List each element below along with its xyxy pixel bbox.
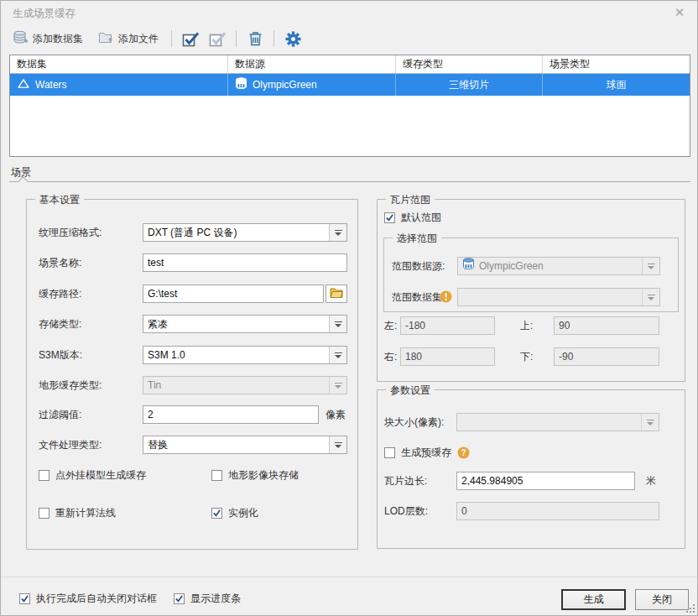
datasource-name: OlympicGreen <box>253 79 317 91</box>
storage-type-combobox[interactable]: 紧凑 <box>143 315 347 333</box>
checkbox-terrain-image-block[interactable]: 地形影像块存储 <box>211 468 299 482</box>
group-tile-range-legend: 瓦片范围 <box>386 193 435 207</box>
checkbox-point-model[interactable]: 点外挂模型生成缓存 <box>39 468 146 482</box>
s3m-version-combobox[interactable]: S3M 1.0 <box>143 346 347 364</box>
checkbox-checked-icon <box>211 508 222 519</box>
chevron-down-icon <box>329 377 346 394</box>
terrain-cache-type-label: 地形缓存类型: <box>39 376 102 394</box>
tile-side-length-label: 瓦片边长: <box>384 472 427 490</box>
checkbox-instancing[interactable]: 实例化 <box>211 506 258 519</box>
checkbox-default-range[interactable]: 默认范围 <box>384 211 441 224</box>
range-right-input: 180 <box>400 347 495 366</box>
add-dataset-button[interactable]: 添加数据集 <box>8 28 88 50</box>
group-select-range: 选择范围 范围数据源: OlympicGreen <box>383 238 679 312</box>
delete-icon[interactable] <box>244 28 266 50</box>
settings-gear-icon[interactable] <box>282 28 304 50</box>
range-top-label: 上: <box>520 316 533 335</box>
filter-threshold-input[interactable]: 2 <box>143 405 319 424</box>
checkbox-recalc-normals[interactable]: 重新计算法线 <box>39 506 116 519</box>
footer-separator <box>1 577 697 577</box>
group-select-range-legend: 选择范围 <box>393 232 441 246</box>
chevron-down-icon <box>642 258 659 274</box>
chevron-down-icon[interactable] <box>329 316 346 332</box>
checkbox-checked-icon <box>19 593 30 604</box>
range-left-label: 左: <box>384 316 397 335</box>
dialog-title: 生成场景缓存 <box>13 7 76 21</box>
tile-side-length-unit: 米 <box>646 472 656 490</box>
close-button[interactable]: 关闭 <box>635 589 689 610</box>
deselect-all-icon[interactable] <box>206 28 228 50</box>
toolbar-separator <box>273 30 274 47</box>
select-all-icon[interactable] <box>180 28 201 50</box>
svg-text:?: ? <box>461 448 466 457</box>
chevron-down-icon[interactable] <box>329 436 346 453</box>
browse-folder-button[interactable] <box>326 285 347 303</box>
chevron-down-icon[interactable] <box>329 347 346 363</box>
cell-datasource: OlympicGreen <box>228 74 396 96</box>
add-file-label: 添加文件 <box>118 32 159 46</box>
terrain-cache-type-combobox: Tin <box>143 376 347 394</box>
toolbar-separator <box>236 30 237 47</box>
group-tile-range: 瓦片范围 默认范围 选择范围 范围数据源: <box>377 199 685 382</box>
tile-side-length-input[interactable]: 2,445.984905 <box>456 472 635 490</box>
checkbox-show-progress[interactable]: 显示进度条 <box>174 592 241 605</box>
checkbox-autoclose[interactable]: 执行完成后自动关闭对话框 <box>19 592 157 605</box>
toolbar: 添加数据集 添加文件 <box>1 24 697 53</box>
checkbox-checked-icon <box>384 212 395 223</box>
scene-name-label: 场景名称: <box>39 253 81 272</box>
filter-threshold-unit: 像素 <box>326 405 346 424</box>
texture-format-label: 纹理压缩格式: <box>39 223 102 242</box>
generate-button[interactable]: 生成 <box>561 589 626 610</box>
chevron-down-icon <box>642 289 659 305</box>
group-params-legend: 参数设置 <box>386 384 435 398</box>
range-left-input: -180 <box>400 316 495 335</box>
file-handling-combobox[interactable]: 替换 <box>143 436 347 454</box>
add-dataset-label: 添加数据集 <box>33 32 83 46</box>
range-bottom-input: -90 <box>554 347 659 366</box>
range-bottom-label: 下: <box>520 347 533 366</box>
column-header-datasource[interactable]: 数据源 <box>228 55 396 73</box>
chevron-down-icon <box>641 414 659 431</box>
checkbox-generate-precache[interactable]: 生成预缓存 ? <box>384 446 470 459</box>
cell-scene-type: 球面 <box>543 74 690 96</box>
help-icon[interactable]: ? <box>457 446 470 459</box>
add-file-button[interactable]: 添加文件 <box>93 29 164 50</box>
column-header-scene-type[interactable]: 场景类型 <box>543 55 690 73</box>
column-header-cache-type[interactable]: 缓存类型 <box>396 55 543 73</box>
warning-icon <box>440 290 452 305</box>
range-dataset-label: 范围数据集: <box>392 288 445 306</box>
title-bar: 生成场景缓存 ✕ <box>1 1 697 24</box>
filter-threshold-label: 过滤阈值: <box>39 405 81 424</box>
checkbox-unchecked-icon <box>39 508 49 519</box>
checkbox-checked-icon <box>174 593 185 604</box>
column-header-dataset[interactable]: 数据集 <box>10 55 228 73</box>
checkbox-unchecked-icon <box>384 447 395 458</box>
dataset-name: Waters <box>35 79 67 91</box>
dialog-generate-scene-cache: 生成场景缓存 ✕ 添加数据集 <box>0 0 698 616</box>
cache-path-input[interactable]: G:\test <box>143 285 324 303</box>
lod-layers-input: 0 <box>456 502 659 520</box>
dataset-table: 数据集 数据源 缓存类型 场景类型 Waters <box>9 55 690 157</box>
chevron-down-icon[interactable] <box>329 224 346 241</box>
table-header: 数据集 数据源 缓存类型 场景类型 <box>10 55 690 74</box>
database-add-icon <box>13 30 29 47</box>
group-basic-settings: 基本设置 纹理压缩格式: DXT (普通 PC 设备) 场景名称: test 缓… <box>26 199 358 550</box>
s3m-version-label: S3M版本: <box>39 346 82 364</box>
udb-datasource-icon <box>462 258 475 274</box>
checkbox-unchecked-icon <box>211 470 222 481</box>
block-size-combobox <box>456 413 659 431</box>
cell-cache-type: 三维切片 <box>396 74 543 96</box>
table-row[interactable]: Waters OlympicGreen 三维切片 球面 <box>10 74 690 96</box>
storage-type-label: 存储类型: <box>39 315 81 333</box>
cell-dataset: Waters <box>10 74 228 96</box>
file-handling-label: 文件处理类型: <box>39 436 102 454</box>
scene-name-input[interactable]: test <box>143 253 347 272</box>
region-dataset-icon <box>17 78 30 91</box>
lod-layers-label: LOD层数: <box>384 502 428 520</box>
texture-format-combobox[interactable]: DXT (普通 PC 设备) <box>143 223 347 242</box>
resize-grip[interactable] <box>686 604 695 613</box>
close-icon[interactable]: ✕ <box>670 4 689 21</box>
udb-datasource-icon <box>235 77 247 92</box>
folder-add-icon <box>98 31 114 47</box>
range-datasource-label: 范围数据源: <box>392 257 445 275</box>
